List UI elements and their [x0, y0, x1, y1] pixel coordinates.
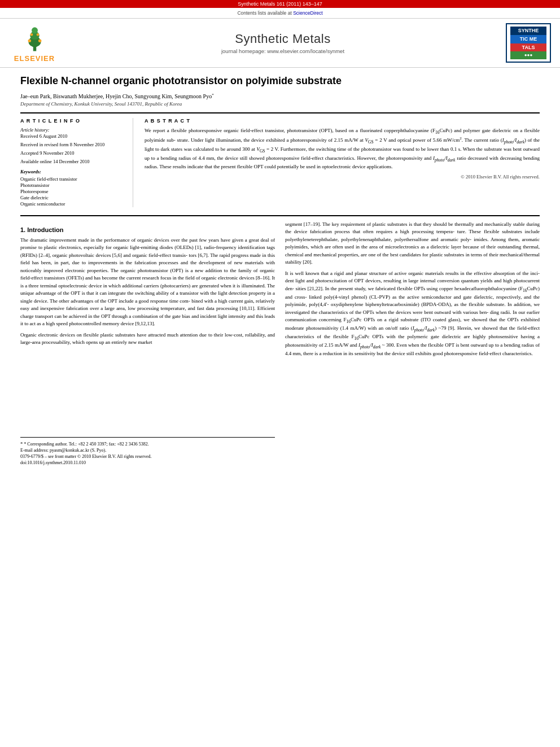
- svg-point-5: [38, 39, 41, 42]
- footer-area: * * Corresponding author. Tel.: +82 2 45…: [20, 437, 275, 465]
- footnote-email: E-mail address: pyasm@konkuk.ac.kr (S. P…: [20, 448, 275, 453]
- accepted-date: Accepted 9 November 2010: [20, 150, 126, 156]
- keyword-3: Photoresponse: [20, 189, 126, 194]
- body-section: 1. Introduction The dramatic improvement…: [20, 215, 540, 466]
- header: ELSEVIER Synthetic Metals journal homepa…: [0, 19, 560, 68]
- article-info-header: A R T I C L E I N F O: [20, 118, 126, 124]
- header-logo-right: SYNTHE TIC ME TALS ●●●: [506, 23, 551, 63]
- svg-point-4: [28, 39, 31, 42]
- keyword-4: Gate dielectric: [20, 195, 126, 200]
- article-title: Flexible N-channel organic phototransist…: [20, 75, 540, 88]
- journal-name: Synthetic Metals: [71, 32, 495, 46]
- authors-text: Jae–eun Park, Biswanath Mukherjee, Hyeji…: [20, 93, 214, 99]
- available-date: Available online 14 December 2010: [20, 159, 126, 164]
- abstract-header: A B S T R A C T: [145, 118, 540, 124]
- received-date: Received 6 August 2010: [20, 133, 126, 139]
- contents-label: Contents lists available at: [237, 10, 291, 16]
- info-abstract-section: A R T I C L E I N F O Article history: R…: [20, 112, 540, 207]
- affiliation-line: Department of Chemistry, Konkuk Universi…: [20, 101, 540, 107]
- right-para2: It is well known that a rigid and planar…: [285, 270, 540, 358]
- received-revised: Received in revised form 8 November 2010: [20, 142, 126, 147]
- header-center: Synthetic Metals journal homepage: www.e…: [71, 32, 495, 54]
- body-left-col: 1. Introduction The dramatic improvement…: [20, 221, 275, 466]
- article-info-col: A R T I C L E I N F O Article history: R…: [20, 118, 133, 207]
- footnote-doi: doi:10.1016/j.synthmet.2010.11.010: [20, 460, 275, 465]
- footnote-star: * * Corresponding author. Tel.: +82 2 45…: [20, 441, 275, 447]
- history-label: Article history:: [20, 127, 126, 133]
- keywords-label: Keywords:: [20, 169, 126, 174]
- journal-logo-box: SYNTHE TIC ME TALS ●●●: [506, 23, 551, 63]
- intro-para1: The dramatic improvement made in the per…: [20, 237, 275, 328]
- elsevier-tree-icon: [19, 23, 50, 54]
- journal-citation: Synthetic Metals 161 (2011) 143–147: [238, 1, 322, 7]
- footnote-issn: 0379-6779/$ – see front matter © 2010 El…: [20, 454, 275, 459]
- svg-point-3: [32, 27, 38, 33]
- authors-line: Jae–eun Park, Biswanath Mukherjee, Hyeji…: [20, 92, 540, 99]
- svg-point-6: [30, 33, 33, 36]
- journal-homepage: journal homepage: www.elsevier.com/locat…: [71, 48, 495, 54]
- abstract-text: We report a flexible photoresponsive org…: [145, 127, 540, 171]
- intro-para2: Organic electronic devices on flexible p…: [20, 331, 275, 347]
- right-para1: segment [17–19]. The key requirement of …: [285, 221, 540, 267]
- contents-bar: Contents lists available at ScienceDirec…: [0, 8, 560, 19]
- elsevier-logo: ELSEVIER: [9, 23, 60, 63]
- top-bar: Synthetic Metals 161 (2011) 143–147: [0, 0, 560, 8]
- elsevier-text: ELSEVIER: [14, 54, 55, 63]
- body-right-col: segment [17–19]. The key requirement of …: [285, 221, 540, 466]
- keyword-2: Phototransistor: [20, 182, 126, 188]
- sciencedirect-link[interactable]: ScienceDirect: [293, 10, 322, 16]
- keyword-5: Organic semiconductor: [20, 201, 126, 207]
- intro-heading: 1. Introduction: [20, 226, 275, 233]
- abstract-col: A B S T R A C T We report a flexible pho…: [145, 118, 540, 207]
- svg-point-7: [36, 33, 39, 36]
- article-container: Flexible N-channel organic phototransist…: [0, 68, 560, 478]
- keyword-1: Organic field-effect transistor: [20, 176, 126, 182]
- copyright-line: © 2010 Elsevier B.V. All rights reserved…: [145, 174, 540, 180]
